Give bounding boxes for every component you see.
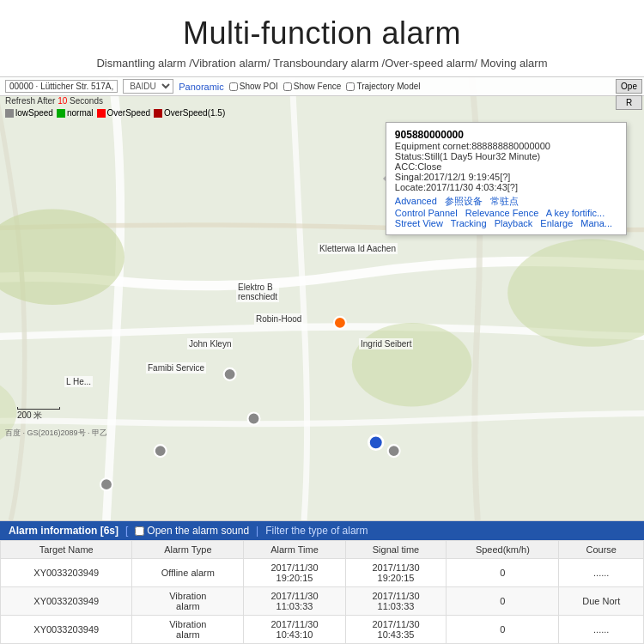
filter-alarm-btn[interactable]: Filter the type of alarm xyxy=(265,525,368,537)
col-target: Target Name xyxy=(1,541,132,559)
svg-point-2 xyxy=(352,323,471,407)
map-toolbar: 00000 · Lütticher Str. 517A, BAIDU Panor… xyxy=(0,77,644,96)
alarm-table: Target Name Alarm Type Alarm Time Signal… xyxy=(0,540,644,644)
link-relevance-fence[interactable]: Relevance Fence xyxy=(465,208,539,218)
col-signal-time: Signal time xyxy=(345,541,447,559)
place-lhe: L He... xyxy=(64,376,93,387)
place-robin: Robin-Hood xyxy=(254,313,303,325)
alarm-cell-0: XY0033203949 xyxy=(1,559,132,587)
alarm-table-body: XY0033203949Offline alarm2017/11/30 19:2… xyxy=(1,559,644,644)
alarm-cell-3: 2017/11/30 10:43:35 xyxy=(345,616,447,644)
col-course: Course xyxy=(559,541,644,559)
alarm-cell-4: 0 xyxy=(447,616,559,644)
alarm-row: XY0033203949Vibration alarm2017/11/30 10… xyxy=(1,616,644,644)
link-playback[interactable]: Playback xyxy=(495,218,533,228)
alarm-cell-3: 2017/11/30 19:20:15 xyxy=(345,559,447,587)
place-kletterwa: Kletterwa Id Aachen xyxy=(318,243,398,254)
popup-device-id: 905880000000 xyxy=(395,129,617,141)
map-copyright: 百度 · GS(2016)2089号 · 甲乙 xyxy=(5,428,107,439)
alarm-cell-5: ...... xyxy=(559,559,644,587)
svg-point-5 xyxy=(368,435,383,450)
show-poi-check[interactable]: Show POI xyxy=(229,82,278,91)
link-tracking[interactable]: Tracking xyxy=(451,218,487,228)
svg-point-7 xyxy=(224,368,236,380)
device-info-popup: 905880000000 Equipment cornet:8888888800… xyxy=(386,122,627,235)
map-provider-select[interactable]: BAIDU xyxy=(123,79,173,94)
alarm-cell-5: Due Nort xyxy=(559,587,644,616)
col-speed: Speed(km/h) xyxy=(447,541,559,559)
scale-bar: 200 米 xyxy=(17,407,60,422)
alarm-cell-2: 2017/11/30 10:43:10 xyxy=(244,616,346,644)
alarm-row: XY0033203949Vibration alarm2017/11/30 11… xyxy=(1,587,644,616)
popup-status: Status:Still(1 Day5 Hour32 Minute) xyxy=(395,151,617,161)
panoramic-btn[interactable]: Panoramic xyxy=(179,82,224,92)
speed-legend: lowSpeed normal OverSpeed OverSpeed(1.5) xyxy=(5,108,225,118)
alarm-panel: Alarm information [6s] [ Open the alarm … xyxy=(0,520,644,644)
alarm-row: XY0033203949Offline alarm2017/11/30 19:2… xyxy=(1,559,644,587)
alarm-cell-1: Offline alarm xyxy=(132,559,244,587)
alarm-sound-label: Open the alarm sound xyxy=(147,525,249,537)
svg-point-6 xyxy=(334,317,346,329)
link-control-panel[interactable]: Control Pannel xyxy=(395,208,458,218)
svg-point-11 xyxy=(100,478,112,490)
link-advanced[interactable]: Advanced xyxy=(395,196,437,206)
page-title: Multi-function alarm xyxy=(9,15,635,52)
r-button[interactable]: R xyxy=(616,95,642,110)
page-subtitle: Dismantling alarm /Vibration alarm/ Tran… xyxy=(9,57,635,70)
svg-point-9 xyxy=(155,445,167,457)
place-famibi: Famibi Service xyxy=(146,362,206,374)
alarm-sound-checkbox[interactable]: Open the alarm sound xyxy=(135,525,249,537)
place-john: John Kleyn xyxy=(187,338,233,349)
alarm-cell-1: Vibration alarm xyxy=(132,587,244,616)
map-section: 00000 · Lütticher Str. 517A, BAIDU Panor… xyxy=(0,76,644,520)
place-elektro: Elektro Brenschiedt xyxy=(236,282,279,302)
svg-point-8 xyxy=(248,412,260,424)
alarm-cell-0: XY0033203949 xyxy=(1,587,132,616)
alarm-title: Alarm information [6s] xyxy=(9,525,118,537)
popup-signal: Singal:2017/12/1 9:19:45[?] xyxy=(395,172,617,182)
alarm-cell-3: 2017/11/30 11:03:33 xyxy=(345,587,447,616)
open-button[interactable]: Ope xyxy=(616,79,642,94)
trajectory-check[interactable]: Trajectory Model xyxy=(346,82,420,91)
alarm-cell-1: Vibration alarm xyxy=(132,616,244,644)
popup-links[interactable]: Advanced 参照设备 常驻点 Control Pannel Relevan… xyxy=(395,195,617,228)
alarm-header: Alarm information [6s] [ Open the alarm … xyxy=(0,521,644,540)
show-fence-check[interactable]: Show Fence xyxy=(283,82,342,91)
alarm-cell-2: 2017/11/30 19:20:15 xyxy=(244,559,346,587)
col-alarm-type: Alarm Type xyxy=(132,541,244,559)
address-display: 00000 · Lütticher Str. 517A, xyxy=(5,80,118,93)
place-ingrid: Ingrid Seibert xyxy=(359,338,413,349)
refresh-info: Refresh After 10 Seconds xyxy=(5,96,103,106)
link-enlarge[interactable]: Enlarge xyxy=(540,218,573,228)
alarm-cell-4: 0 xyxy=(447,559,559,587)
link-street-view[interactable]: Street View xyxy=(395,218,443,228)
link-canzhaoshebi[interactable]: 参照设备 xyxy=(445,196,483,206)
svg-point-10 xyxy=(388,445,400,457)
link-changzhu[interactable]: 常驻点 xyxy=(490,196,519,206)
alarm-cell-0: XY0033203949 xyxy=(1,616,132,644)
refresh-seconds: 10 xyxy=(58,96,67,106)
popup-locate: Locate:2017/11/30 4:03:43[?] xyxy=(395,182,617,192)
alarm-cell-5: ...... xyxy=(559,616,644,644)
popup-acc: ACC:Close xyxy=(395,161,617,172)
popup-equipment: Equipment cornet:888888880000000 xyxy=(395,141,617,151)
alarm-cell-4: 0 xyxy=(447,587,559,616)
col-alarm-time: Alarm Time xyxy=(244,541,346,559)
link-mana[interactable]: Mana... xyxy=(580,218,612,228)
link-a-key[interactable]: A key fortific... xyxy=(546,208,605,218)
alarm-cell-2: 2017/11/30 11:03:33 xyxy=(244,587,346,616)
